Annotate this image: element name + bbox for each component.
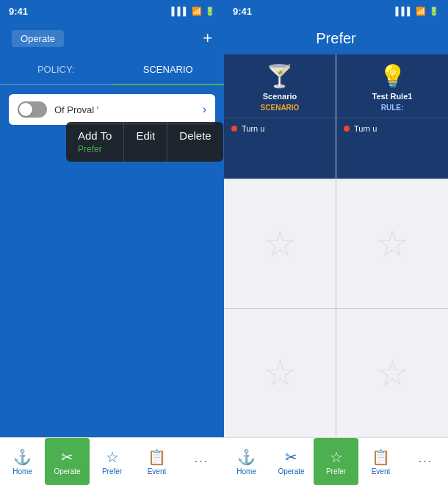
left-nav-operate[interactable]: ✂ Operate (45, 438, 90, 485)
empty-star-icon-3: ☆ (264, 352, 297, 395)
right-prefer-icon: ☆ (330, 448, 343, 466)
right-time: 9:41 (233, 6, 252, 17)
toggle-knob (19, 103, 32, 116)
policy-content: Of Proval ' › Add To Prefer Edit Delete (0, 85, 224, 437)
right-top-bar: Prefer (224, 22, 448, 54)
right-status-icons: ▌▌▌ 📶 🔋 (396, 7, 439, 16)
grid-cell-scenario-top: 🍸 Scenario SCENARIO (255, 54, 306, 118)
scenario-sublabel: SCENARIO (261, 104, 300, 112)
right-bottom-nav: ⚓ Home ✂ Operate ☆ Prefer 📋 Event ··· (224, 437, 448, 485)
right-nav-event-label: Event (372, 467, 391, 475)
right-nav-event[interactable]: 📋 Event (358, 438, 403, 485)
left-nav-home-label: Home (12, 467, 32, 475)
right-wifi-icon: 📶 (416, 7, 426, 16)
add-to-menu-item[interactable]: Add To Prefer (66, 122, 124, 162)
edit-menu-item[interactable]: Edit (124, 122, 167, 162)
right-nav-home-label: Home (236, 467, 256, 475)
left-nav-prefer-label: Prefer (102, 467, 122, 475)
battery-icon: 🔋 (205, 7, 215, 16)
test-rule-label: Test Rule1 (372, 92, 413, 101)
right-nav-operate-label: Operate (278, 467, 304, 475)
right-nav-home[interactable]: ⚓ Home (224, 438, 269, 485)
signal-icon: ▌▌▌ (172, 7, 189, 15)
wifi-icon: 📶 (192, 7, 202, 16)
scenario-icon: 🍸 (266, 63, 293, 89)
toggle-switch[interactable] (18, 101, 47, 118)
event-icon: 📋 (148, 448, 166, 466)
left-nav-event[interactable]: 📋 Event (134, 438, 179, 485)
test-rule-status: Turn u (336, 118, 448, 138)
right-signal-icon: ▌▌▌ (396, 7, 413, 15)
left-nav-event-label: Event (148, 467, 167, 475)
prefer-grid: 🍸 Scenario SCENARIO Turn u 💡 Test Rule1 … (224, 54, 448, 437)
context-menu: Add To Prefer Edit Delete (66, 122, 223, 162)
left-panel: 9:41 ▌▌▌ 📶 🔋 Operate + POLICY: SCENARIO … (0, 0, 224, 485)
left-status-bar: 9:41 ▌▌▌ 📶 🔋 (0, 0, 224, 22)
left-bottom-nav: ⚓ Home ✂ Operate ☆ Prefer 📋 Event ··· (0, 437, 224, 485)
tab-policy[interactable]: POLICY: (0, 54, 112, 84)
arrow-icon: › (203, 103, 206, 116)
left-nav-operate-label: Operate (54, 467, 80, 475)
right-more-icon: ··· (419, 455, 433, 468)
home-icon: ⚓ (13, 448, 32, 466)
delete-menu-item[interactable]: Delete (167, 122, 223, 162)
test-rule-icon: 💡 (379, 63, 406, 89)
test-rule-status-text: Turn u (354, 124, 377, 133)
grid-cell-test-rule-top: 💡 Test Rule1 RULE: (366, 54, 419, 118)
tab-scenario[interactable]: SCENARIO (112, 54, 225, 84)
grid-cell-empty1[interactable]: ☆ (224, 179, 336, 308)
policy-item[interactable]: Of Proval ' › (9, 94, 215, 125)
test-rule-sublabel: RULE: (381, 104, 404, 112)
add-button[interactable]: + (203, 29, 212, 48)
left-nav-more[interactable]: ··· (179, 438, 224, 485)
grid-cell-scenario[interactable]: 🍸 Scenario SCENARIO Turn u (224, 54, 336, 179)
prefer-icon: ☆ (106, 448, 119, 466)
left-top-bar: Operate + (0, 22, 224, 54)
grid-cell-test-rule[interactable]: 💡 Test Rule1 RULE: Turn u (336, 54, 448, 179)
scenario-status-dot (231, 126, 237, 132)
empty-star-icon-1: ☆ (264, 223, 297, 265)
left-tabs: POLICY: SCENARIO (0, 54, 224, 85)
left-status-icons: ▌▌▌ 📶 🔋 (172, 7, 215, 16)
right-panel: 9:41 ▌▌▌ 📶 🔋 Prefer 🍸 Scenario SCENARIO … (224, 0, 448, 485)
grid-cell-empty3[interactable]: ☆ (224, 309, 336, 437)
left-time: 9:41 (9, 6, 28, 17)
empty-star-icon-4: ☆ (376, 352, 409, 395)
right-nav-more[interactable]: ··· (403, 438, 448, 485)
right-nav-operate[interactable]: ✂ Operate (269, 438, 314, 485)
more-icon: ··· (195, 455, 209, 468)
operate-label[interactable]: Operate (12, 30, 64, 47)
right-event-icon: 📋 (372, 448, 390, 466)
test-rule-status-dot (344, 126, 350, 132)
right-battery-icon: 🔋 (429, 7, 439, 16)
right-operate-icon: ✂ (285, 448, 297, 466)
right-home-icon: ⚓ (237, 448, 256, 466)
left-nav-prefer[interactable]: ☆ Prefer (90, 438, 134, 485)
grid-cell-empty2[interactable]: ☆ (336, 179, 448, 308)
left-nav-home[interactable]: ⚓ Home (0, 438, 45, 485)
empty-star-icon-2: ☆ (376, 223, 409, 265)
prefer-sublabel: Prefer (78, 144, 102, 154)
scenario-status-text: Turn u (242, 124, 264, 133)
right-status-bar: 9:41 ▌▌▌ 📶 🔋 (224, 0, 448, 22)
scenario-label: Scenario (263, 92, 297, 101)
policy-item-text: Of Proval ' (54, 104, 98, 115)
operate-icon: ✂ (61, 448, 73, 466)
grid-cell-empty4[interactable]: ☆ (336, 309, 448, 437)
scenario-status: Turn u (224, 118, 336, 138)
page-title: Prefer (316, 30, 355, 47)
right-nav-prefer-label: Prefer (326, 467, 346, 475)
right-nav-prefer[interactable]: ☆ Prefer (314, 438, 358, 485)
